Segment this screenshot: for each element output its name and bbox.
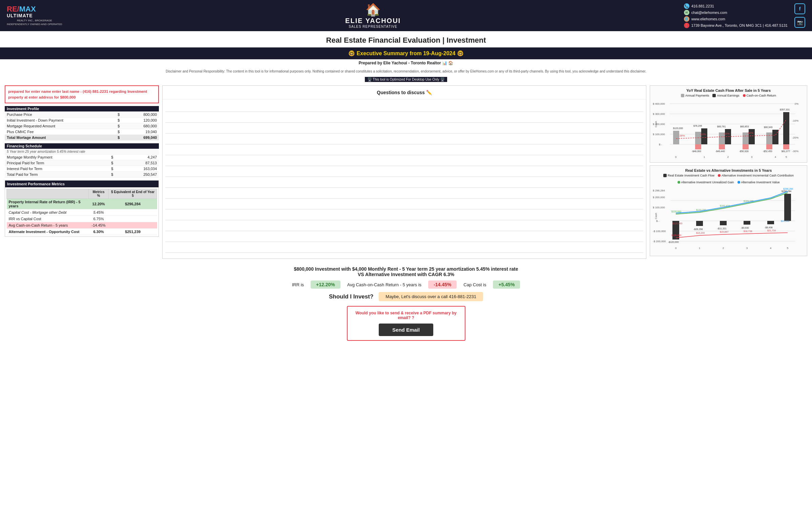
svg-text:-$11,321: -$11,321	[717, 227, 727, 230]
metrics-col2: $ Equivalent at End of Year 5	[109, 189, 157, 199]
remax-ultimate: ULTIMATE	[7, 13, 62, 18]
question-line	[165, 124, 643, 133]
svg-text:-20%: -20%	[792, 136, 798, 139]
svg-text:0: 0	[675, 155, 677, 159]
svg-text:$ -: $ -	[659, 143, 662, 146]
metrics-equiv-2	[109, 209, 157, 216]
bar-payments-4	[766, 132, 772, 144]
legend-alt-incr-label: Alternative Investment Incremental Cash …	[722, 174, 794, 177]
legend-alt-value-label: Alternative Investment Value	[741, 181, 780, 184]
metrics-pct-5: 6.30%	[88, 229, 108, 235]
chart-cashflow: YoY Real Estate Cash Flow After Sale in …	[650, 85, 807, 163]
legend-alt-gain-icon	[678, 181, 680, 184]
fin-val-3: 163,034	[122, 166, 159, 172]
cashflow-svg-chart: $ 400,000 $ 300,000 $ 200,000 $ 100,000 …	[653, 99, 802, 160]
alt-gain-line	[676, 193, 788, 214]
question-line	[165, 189, 643, 199]
website-url: www.eliehomes.com	[691, 17, 725, 21]
svg-text:-$ 200,000: -$ 200,000	[653, 240, 666, 243]
svg-text:$120,000: $120,000	[673, 127, 683, 129]
svg-text:2: 2	[727, 155, 729, 159]
desktop-notice: 🖥️ This tool is Optimized For Desktop Us…	[0, 76, 812, 83]
svg-text:$18,738: $18,738	[744, 230, 752, 232]
fin-val-2: 87,513	[122, 160, 159, 166]
svg-text:4: 4	[775, 155, 776, 159]
svg-text:3: 3	[746, 247, 748, 250]
metrics-row-altinv: Alternate Investment - Opportunity Cost …	[7, 229, 157, 235]
web-icon: 🌐	[684, 16, 689, 22]
fin-label-2: Principal Paid for Term	[5, 160, 109, 166]
question-line	[165, 113, 643, 123]
question-line	[165, 211, 643, 220]
remax-sub1: REALTY INC., BROKERAGE	[7, 19, 62, 22]
question-line	[165, 157, 643, 166]
metrics-label-1: Property Internal Rate of Return (IRR) -…	[7, 199, 89, 209]
ip-label-4: Plus CMHC Fee	[5, 129, 116, 135]
left-column: prepared for enter name enter last name …	[5, 85, 159, 259]
chart1-legend: Annual Payments Annual Earnings Cash-on-…	[653, 94, 804, 97]
remax-sub2: INDEPENDENTLY OWNED AND OPERATED	[7, 23, 62, 26]
question-line	[165, 222, 643, 231]
svg-text:1: 1	[699, 247, 701, 250]
client-box: prepared for enter name enter last name …	[5, 85, 159, 103]
question-line	[165, 167, 643, 177]
total-row: Total Mortage Amount $ 699,040	[5, 135, 159, 141]
bar-neg-4	[766, 144, 772, 149]
table-row: Mortgage Requested Amount $ 680,000	[5, 123, 159, 129]
fin-sym-3: $	[109, 166, 122, 172]
agent-center: 🏠 ELIE YACHOUI SALES REPRESENTATIVE	[345, 3, 401, 28]
svg-text:$120,000: $120,000	[672, 222, 682, 225]
legend-alt-value-icon	[737, 181, 740, 184]
bar-earnings-1	[701, 128, 707, 144]
svg-text:$ 100,000: $ 100,000	[653, 206, 665, 209]
chart-altinv: Real Estate vs Alternative Investments i…	[650, 165, 807, 256]
table-row: Interest Paid for Term $ 163,034	[5, 166, 159, 172]
phone-icon: 📞	[684, 3, 689, 9]
bar-neg-2	[719, 144, 725, 149]
question-line	[165, 146, 643, 155]
fin-sym-4: $	[109, 172, 122, 178]
question-line	[165, 243, 643, 253]
svg-text:0: 0	[675, 247, 677, 250]
ip-total-label: Total Mortage Amount	[5, 135, 116, 141]
table-row: Principal Paid for Term $ 87,513	[5, 160, 159, 166]
financing-table: Financing Schedule 5 Year term 25 year a…	[5, 143, 159, 178]
legend-item: Real Estate Investment Cash Flow	[663, 174, 714, 177]
fin-label-3: Interest Paid for Term	[5, 166, 109, 172]
facebook-icon[interactable]: f	[794, 3, 805, 14]
send-email-button[interactable]: Send Email	[379, 324, 433, 336]
instagram-icon[interactable]: 📷	[794, 17, 805, 28]
avg-value: -14.45%	[428, 281, 457, 289]
social-links[interactable]: f 📷	[794, 3, 805, 28]
ip-label-2: Initial Investment - Down Payment	[5, 118, 116, 123]
svg-text:Cash: Cash	[654, 121, 658, 127]
alt-value-line	[676, 191, 788, 213]
fin-sym-2: $	[109, 160, 122, 166]
fin-val-1: 4,247	[122, 154, 159, 160]
invest-answer: Maybe, Let's discuss over a call 416-881…	[379, 292, 483, 301]
svg-text:3: 3	[751, 155, 753, 159]
metrics-label-4: Avg Cash-on-Cash Return - 5 years	[7, 222, 89, 229]
svg-text:$61,077: $61,077	[782, 150, 790, 152]
remax-logo: RE/MAX	[7, 5, 62, 13]
fin-label-1: Mortgage Monthly Payment	[5, 154, 109, 160]
bar-neg-3	[743, 144, 749, 149]
web-contact: 🌐 www.eliehomes.com	[684, 16, 788, 22]
email-box: Would you like to send & receive a PDF s…	[347, 306, 465, 341]
svg-text:1: 1	[704, 155, 705, 159]
svg-text:$60,949: $60,949	[764, 126, 772, 128]
re-bar-1	[696, 221, 703, 226]
chart2-legend: Real Estate Investment Cash Flow Alterna…	[653, 174, 804, 184]
ip-label-3: Mortgage Requested Amount	[5, 123, 116, 129]
bar-neg-1	[695, 144, 701, 149]
svg-text:-$ 100,000: -$ 100,000	[653, 230, 666, 233]
prepared-by: Prepared by Elie Yachoui - Toronto Realt…	[0, 59, 812, 67]
page-title: Real Estate Financial Evaluation | Inves…	[0, 31, 812, 47]
bar-neg-5	[783, 144, 789, 149]
disclaimer: Disclaimer and Personal Responsibility: …	[0, 67, 812, 76]
table-row: Plus CMHC Fee $ 19,040	[5, 129, 159, 135]
fin-val-4: 250,547	[122, 172, 159, 178]
re-bar-4	[767, 221, 774, 224]
metrics-box: Investment Performance Metrics Metrics %…	[5, 180, 159, 237]
invest-question: Should I Invest?	[329, 293, 373, 300]
